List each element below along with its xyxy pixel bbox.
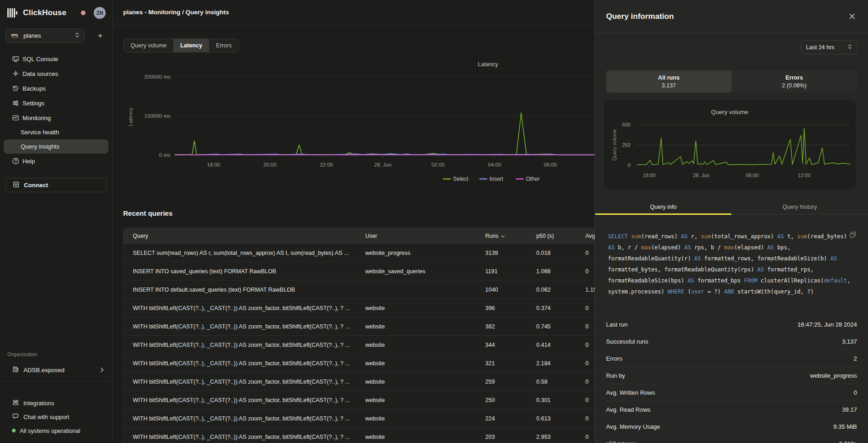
sidebar-item-label: Monitoring: [23, 115, 51, 121]
organization-item[interactable]: ADSB.exposed: [4, 362, 108, 377]
sidebar-item-query-insights[interactable]: Query insights: [4, 139, 108, 154]
tab-query-history[interactable]: Query history: [732, 200, 868, 214]
sidebar-item-sql-console[interactable]: SQL Console: [4, 52, 108, 66]
add-service-button[interactable]: +: [94, 29, 107, 42]
sidebar-item-backups[interactable]: Backups: [4, 81, 108, 96]
svg-text:Latency: Latency: [478, 61, 499, 68]
sidebar-item-help[interactable]: Help: [4, 154, 108, 168]
sort-chevron-icon: [501, 233, 505, 239]
sidebar-item-service-health[interactable]: Service health: [4, 125, 108, 139]
p50-cell: 0.374: [536, 305, 585, 311]
main-header: planes - Monitoring / Query insights: [113, 0, 595, 24]
sidebar-item-settings[interactable]: Settings: [4, 96, 108, 110]
segment-value: 2 (0.06%): [782, 82, 806, 89]
segment-errors[interactable]: Errors 2 (0.06%): [732, 70, 857, 92]
query-cell: SELECT sum(read_rows) AS r, sum(total_ro…: [124, 250, 365, 256]
segment-all-runs[interactable]: All runs 3,137: [606, 70, 732, 92]
footer-item-label: Chat with support: [23, 414, 69, 420]
runs-cell: 382: [485, 323, 536, 330]
notification-dot-icon[interactable]: [81, 11, 85, 15]
table-row[interactable]: SELECT sum(read_rows) AS r, sum(total_ro…: [124, 243, 595, 262]
avg-cell: 0: [585, 323, 595, 330]
column-header-user[interactable]: User: [365, 233, 485, 239]
p50-cell: 1.066: [536, 268, 585, 275]
runs-cell: 259: [485, 379, 536, 385]
runs-cell: 250: [485, 397, 536, 403]
footer-item-label: All systems operational: [20, 427, 80, 434]
stat-row-avg-written-rows: Avg. Written Rows 0: [606, 384, 857, 401]
tab-errors[interactable]: Errors: [209, 39, 238, 52]
user-cell: website: [365, 342, 485, 348]
column-header-query[interactable]: Query: [124, 233, 365, 239]
chart-tabs: Query volumeLatencyErrors: [123, 39, 239, 52]
organization-label: Organization: [7, 351, 37, 357]
sidebar-item-label: Data sources: [23, 70, 58, 77]
avg-cell: 0: [585, 268, 595, 275]
tab-query-info[interactable]: Query info: [595, 200, 732, 214]
service-name: planes: [23, 32, 71, 39]
stat-value: 2: [854, 355, 857, 362]
p50-cell: 0.414: [536, 342, 585, 348]
column-header-avg[interactable]: Avg.: [585, 233, 595, 239]
p50-cell: 0.613: [536, 415, 585, 422]
sidebar-nav: SQL ConsoleData sourcesBackupsSettingsMo…: [4, 52, 108, 168]
runs-cell: 396: [485, 305, 536, 311]
column-header-runs[interactable]: Runs: [485, 233, 536, 239]
sidebar-item-monitoring[interactable]: Monitoring: [4, 110, 108, 125]
runs-cell: 3139: [485, 250, 536, 256]
svg-text:18:00: 18:00: [643, 173, 656, 178]
connect-button[interactable]: Connect: [6, 178, 107, 192]
table-row[interactable]: WITH bitShiftLeft(CAST(?..), _CAST(?..))…: [124, 427, 595, 443]
stat-row-run-by: Run by website_progress: [606, 367, 857, 384]
svg-text:Select: Select: [453, 176, 469, 182]
sidebar-item-label: Backups: [23, 85, 46, 92]
query-cell: WITH bitShiftLeft(CAST(?..), _CAST(?..))…: [124, 379, 365, 385]
monitoring-icon: [12, 114, 19, 121]
stat-value: 9.35 MiB: [834, 423, 857, 430]
query-cell: WITH bitShiftLeft(CAST(?..), _CAST(?..))…: [124, 360, 365, 367]
svg-text:aws: aws: [11, 32, 18, 36]
svg-text:Latency: Latency: [128, 108, 133, 127]
query-cell: WITH bitShiftLeft(CAST(?..), _CAST(?..))…: [124, 434, 365, 440]
connect-label: Connect: [24, 182, 48, 189]
svg-text:28. Jun: 28. Jun: [374, 162, 391, 167]
sidebar-item-label: Query insights: [21, 143, 59, 150]
table-row[interactable]: WITH bitShiftLeft(CAST(?..), _CAST(?..))…: [124, 372, 595, 391]
building-icon: [12, 366, 19, 374]
svg-text:28. Jun: 28. Jun: [693, 173, 709, 178]
table-row[interactable]: INSERT INTO saved_queries (text) FORMAT …: [124, 262, 595, 280]
connect-icon: [12, 181, 20, 190]
stat-row-successful-runs: Successful runs 3,137: [606, 333, 857, 350]
sidebar-item-label: Service health: [21, 129, 59, 136]
avatar[interactable]: ZN: [94, 7, 106, 19]
logo-text: ClickHouse: [23, 8, 67, 17]
table-row[interactable]: WITH bitShiftLeft(CAST(?..), _CAST(?..))…: [124, 409, 595, 427]
runs-cell: 203: [485, 434, 536, 440]
copy-icon[interactable]: [850, 231, 856, 239]
chevron-right-icon: [100, 367, 104, 373]
table-row[interactable]: WITH bitShiftLeft(CAST(?..), _CAST(?..))…: [124, 317, 595, 335]
segment-label: Errors: [786, 75, 803, 81]
clickhouse-logo-icon: [7, 8, 19, 18]
table-row[interactable]: WITH bitShiftLeft(CAST(?..), _CAST(?..))…: [124, 391, 595, 409]
column-header-p50-s[interactable]: p50 (s): [536, 233, 585, 239]
query-cell: INSERT INTO saved_queries (text) FORMAT …: [124, 268, 365, 275]
sidebar-item-all-systems-operational[interactable]: All systems operational: [4, 424, 108, 437]
sidebar-item-data-sources[interactable]: Data sources: [4, 66, 108, 81]
table-row[interactable]: WITH bitShiftLeft(CAST(?..), _CAST(?..))…: [124, 335, 595, 354]
table-row[interactable]: WITH bitShiftLeft(CAST(?..), _CAST(?..))…: [124, 299, 595, 317]
sidebar-item-chat-with-support[interactable]: Chat with support: [4, 410, 108, 424]
table-row[interactable]: WITH bitShiftLeft(CAST(?..), _CAST(?..))…: [124, 354, 595, 372]
runs-cell: 1040: [485, 287, 536, 293]
sql-line: formatReadableQuantity(r) AS formatted_r…: [608, 253, 859, 264]
sidebar-item-integrations[interactable]: Integrations: [4, 396, 108, 410]
tab-query-volume[interactable]: Query volume: [124, 39, 173, 52]
service-selector[interactable]: aws planes: [6, 29, 85, 43]
tab-latency[interactable]: Latency: [173, 39, 209, 52]
time-range-select[interactable]: Last 24 hrs: [801, 40, 857, 54]
table-row[interactable]: INSERT INTO default.saved_queries (text)…: [124, 280, 595, 299]
query-cell: WITH bitShiftLeft(CAST(?..), _CAST(?..))…: [124, 415, 365, 422]
sidebar-item-label: SQL Console: [23, 56, 58, 63]
avg-cell: 0: [585, 434, 595, 440]
close-icon[interactable]: [847, 12, 857, 21]
